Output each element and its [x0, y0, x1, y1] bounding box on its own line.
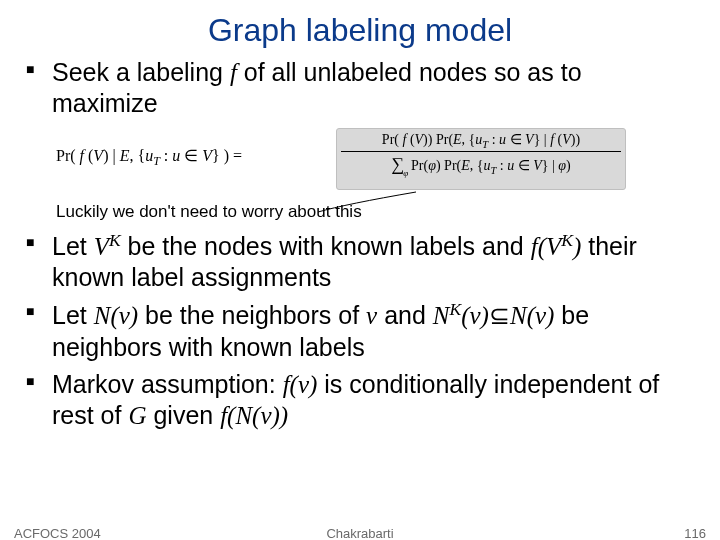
sym-VK-V: V [94, 233, 109, 260]
formula-numerator: Pr( f (V)) Pr(E, {uT : u ∈ V} | f (V)) [341, 131, 621, 153]
sym-fv-f: f [283, 371, 290, 398]
formula-denominator: ∑φ Pr(φ) Pr(E, {uT : u ∈ V} | φ) [341, 152, 621, 176]
sym-Nv-N: N [94, 303, 111, 330]
bullet-list-2: Let VK be the nodes with known labels an… [26, 230, 694, 432]
sym-Nv-v: (v) [110, 303, 138, 330]
sym-G: G [128, 402, 146, 429]
formula-lhs: Pr( f (V) | E, {uT : u ∈ V} ) = [56, 146, 242, 169]
formula-rhs-box: Pr( f (V)) Pr(E, {uT : u ∈ V} | f (V)) ∑… [336, 128, 626, 190]
sym-NKv-v: (v) [461, 303, 489, 330]
sym-subset: ⊆ [489, 302, 510, 330]
b4c: given [146, 401, 220, 429]
b3b: be the neighbors of [138, 302, 366, 330]
b1-text-a: Seek a labeling [52, 58, 230, 86]
sym-NKv-N: N [433, 303, 450, 330]
b2b: be the nodes with known labels and [121, 232, 531, 260]
footer-center: Chakrabarti [0, 526, 720, 540]
note-text: Luckily we don't need to worry about thi… [56, 202, 694, 222]
sym-fv-v: (v) [290, 371, 318, 398]
sym-Nv2-v: (v) [527, 303, 555, 330]
sym-v: v [366, 303, 377, 330]
bullet-list: Seek a labeling f of all unlabeled nodes… [26, 57, 694, 120]
bullet-4: Markov assumption: f(v) is conditionally… [26, 369, 694, 432]
sym-fVK-K: K [561, 230, 573, 250]
b3c: and [377, 302, 433, 330]
sym-Nv2-N: N [510, 303, 527, 330]
sym-fVK-close: ) [573, 233, 581, 260]
formula: Pr( f (V) | E, {uT : u ∈ V} ) = Pr( f (V… [56, 126, 694, 196]
sym-NKv-K: K [450, 299, 462, 319]
slide-title: Graph labeling model [26, 12, 694, 49]
b2a: Let [52, 232, 94, 260]
sym-fNv-arg: (N(v)) [227, 402, 288, 429]
b3a: Let [52, 302, 94, 330]
sym-f: f [230, 59, 237, 86]
footer-right: 116 [684, 526, 706, 540]
sym-fVK-f: f [531, 233, 538, 260]
bullet-2: Let VK be the nodes with known labels an… [26, 230, 694, 294]
bullet-1: Seek a labeling f of all unlabeled nodes… [26, 57, 694, 120]
sym-fVK-paren: (V [538, 233, 562, 260]
sym-VK-K: K [109, 230, 121, 250]
b4a: Markov assumption: [52, 370, 283, 398]
bullet-3: Let N(v) be the neighbors of v and NK(v)… [26, 299, 694, 363]
